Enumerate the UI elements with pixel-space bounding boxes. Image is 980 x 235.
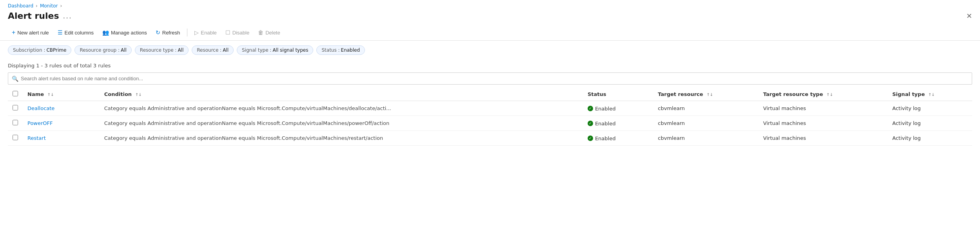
filter-resource-type-label: Resource type : xyxy=(140,47,177,53)
row-condition: Category equals Administrative and opera… xyxy=(100,101,583,116)
breadcrumb: Dashboard › Monitor › xyxy=(0,0,980,9)
sort-target-type-icon: ↑↓ xyxy=(826,92,833,97)
col-header-target[interactable]: Target resource ↑↓ xyxy=(653,88,759,101)
filter-signal-type-value: All signal types xyxy=(272,47,308,53)
col-header-name[interactable]: Name ↑↓ xyxy=(23,88,100,101)
filter-resource-type[interactable]: Resource type : All xyxy=(135,45,189,55)
summary-text: Displaying 1 - 3 rules out of total 3 ru… xyxy=(0,60,980,71)
filter-subscription-label: Subscription : xyxy=(13,47,45,53)
manage-icon: 👥 xyxy=(102,29,109,36)
row-name: Deallocate xyxy=(23,101,100,116)
row-target-resource-type: Virtual machines xyxy=(759,131,887,146)
col-header-condition[interactable]: Condition ↑↓ xyxy=(100,88,583,101)
filter-resource-value: All xyxy=(223,47,229,53)
sort-name-icon: ↑↓ xyxy=(47,92,54,97)
filter-resource-group-value: All xyxy=(121,47,127,53)
row-signal-type: Activity log xyxy=(887,101,972,116)
status-badge: ✓ Enabled xyxy=(588,121,616,127)
filter-signal-type[interactable]: Signal type : All signal types xyxy=(237,45,313,55)
select-all-checkbox[interactable] xyxy=(13,91,18,96)
manage-actions-button[interactable]: 👥 Manage actions xyxy=(98,27,151,38)
filter-resource-group-label: Resource group : xyxy=(80,47,120,53)
search-bar: 🔍 xyxy=(0,71,980,88)
row-target-resource: cbvmlearn xyxy=(653,101,759,116)
row-name: PowerOFF xyxy=(23,116,100,131)
col-header-target-type[interactable]: Target resource type ↑↓ xyxy=(759,88,887,101)
status-text: Enabled xyxy=(595,136,616,141)
row-status: ✓ Enabled xyxy=(583,116,653,131)
row-checkbox-cell xyxy=(8,101,23,116)
filter-subscription-value: CBPrime xyxy=(46,47,66,53)
row-name: Restart xyxy=(23,131,100,146)
delete-icon: 🗑 xyxy=(258,29,263,36)
refresh-icon: ↻ xyxy=(156,29,160,36)
disable-icon: ☐ xyxy=(225,29,230,36)
rule-name-link[interactable]: Restart xyxy=(27,135,46,141)
edit-columns-button[interactable]: ☰ Edit columns xyxy=(54,27,98,38)
row-select-checkbox[interactable] xyxy=(13,105,18,110)
manage-actions-label: Manage actions xyxy=(111,30,147,36)
row-target-resource: cbvmlearn xyxy=(653,116,759,131)
search-container: 🔍 xyxy=(8,72,972,85)
row-signal-type: Activity log xyxy=(887,131,972,146)
table-row: PowerOFF Category equals Administrative … xyxy=(8,116,972,131)
table-wrapper: Name ↑↓ Condition ↑↓ Status Target resou… xyxy=(0,88,980,146)
status-text: Enabled xyxy=(595,121,616,127)
row-select-checkbox[interactable] xyxy=(13,135,18,140)
disable-button[interactable]: ☐ Disable xyxy=(221,27,253,38)
breadcrumb-sep-2: › xyxy=(60,3,62,9)
filter-resource[interactable]: Resource : All xyxy=(192,45,234,55)
filter-resource-label: Resource : xyxy=(197,47,221,53)
rule-name-link[interactable]: Deallocate xyxy=(27,105,54,111)
row-condition: Category equals Administrative and opera… xyxy=(100,116,583,131)
enable-button[interactable]: ▷ Enable xyxy=(191,27,220,38)
sort-target-icon: ↑↓ xyxy=(706,92,713,97)
row-signal-type: Activity log xyxy=(887,116,972,131)
status-badge: ✓ Enabled xyxy=(588,106,616,112)
row-target-resource: cbvmlearn xyxy=(653,131,759,146)
breadcrumb-monitor[interactable]: Monitor xyxy=(40,3,58,9)
table-row: Deallocate Category equals Administrativ… xyxy=(8,101,972,116)
page-header: Alert rules ... ✕ xyxy=(0,9,980,25)
table-body: Deallocate Category equals Administrativ… xyxy=(8,101,972,146)
new-alert-rule-button[interactable]: + New alert rule xyxy=(8,27,53,38)
more-options-icon[interactable]: ... xyxy=(63,12,72,20)
status-badge: ✓ Enabled xyxy=(588,136,616,141)
filter-status-value: Enabled xyxy=(341,47,360,53)
refresh-button[interactable]: ↻ Refresh xyxy=(152,27,184,38)
rule-name-link[interactable]: PowerOFF xyxy=(27,120,53,126)
col-header-status: Status xyxy=(583,88,653,101)
filter-status-label: Status : xyxy=(321,47,339,53)
edit-columns-label: Edit columns xyxy=(65,30,94,36)
search-icon: 🔍 xyxy=(12,76,18,82)
columns-icon: ☰ xyxy=(58,29,63,36)
delete-button[interactable]: 🗑 Delete xyxy=(254,27,284,38)
alert-rules-table: Name ↑↓ Condition ↑↓ Status Target resou… xyxy=(8,88,972,146)
new-alert-rule-label: New alert rule xyxy=(17,30,49,36)
table-row: Restart Category equals Administrative a… xyxy=(8,131,972,146)
filter-resource-group[interactable]: Resource group : All xyxy=(74,45,131,55)
row-select-checkbox[interactable] xyxy=(13,120,18,125)
sort-signal-icon: ↑↓ xyxy=(928,92,935,97)
plus-icon: + xyxy=(12,29,15,36)
filters-row: Subscription : CBPrime Resource group : … xyxy=(0,41,980,60)
filter-signal-type-label: Signal type : xyxy=(242,47,271,53)
filter-status[interactable]: Status : Enabled xyxy=(316,45,365,55)
row-target-resource-type: Virtual machines xyxy=(759,101,887,116)
close-button[interactable]: ✕ xyxy=(966,12,972,20)
breadcrumb-dashboard[interactable]: Dashboard xyxy=(8,3,33,9)
toolbar-divider xyxy=(187,29,187,36)
status-dot: ✓ xyxy=(588,106,593,111)
status-text: Enabled xyxy=(595,106,616,112)
delete-label: Delete xyxy=(265,30,280,36)
row-status: ✓ Enabled xyxy=(583,101,653,116)
filter-resource-type-value: All xyxy=(178,47,183,53)
row-checkbox-cell xyxy=(8,131,23,146)
filter-subscription[interactable]: Subscription : CBPrime xyxy=(8,45,71,55)
row-checkbox-cell xyxy=(8,116,23,131)
col-header-signal[interactable]: Signal type ↑↓ xyxy=(887,88,972,101)
status-dot: ✓ xyxy=(588,121,593,126)
search-input[interactable] xyxy=(8,72,972,85)
table-header-row: Name ↑↓ Condition ↑↓ Status Target resou… xyxy=(8,88,972,101)
refresh-label: Refresh xyxy=(162,30,180,36)
